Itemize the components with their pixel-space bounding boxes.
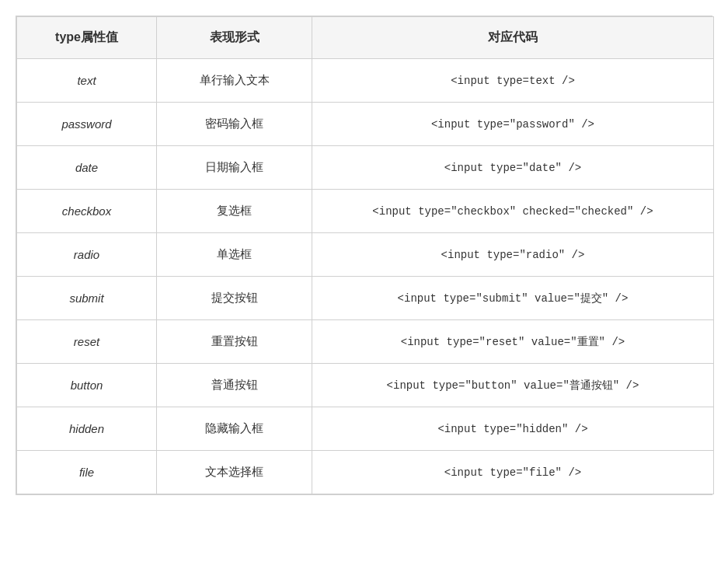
cell-display: 文本选择框 [157, 451, 312, 494]
table-row: button普通按钮<input type="button" value="普通… [17, 364, 714, 407]
cell-display: 普通按钮 [157, 364, 312, 407]
header-code: 对应代码 [312, 17, 714, 59]
header-type: type属性值 [17, 17, 157, 59]
cell-type: date [17, 146, 157, 190]
cell-display: 密码输入框 [157, 103, 312, 146]
table-row: submit提交按钮<input type="submit" value="提交… [17, 277, 714, 320]
table-row: reset重置按钮<input type="reset" value="重置" … [17, 320, 714, 364]
cell-code: <input type="radio" /> [312, 233, 714, 277]
cell-type: radio [17, 233, 157, 277]
table-row: password密码输入框<input type="password" /> [17, 103, 714, 146]
cell-type: password [17, 103, 157, 146]
cell-code: <input type="file" /> [312, 451, 714, 494]
table-row: file文本选择框<input type="file" /> [17, 451, 714, 494]
cell-code: <input type="checkbox" checked="checked"… [312, 190, 714, 233]
table-header-row: type属性值 表现形式 对应代码 [17, 17, 714, 59]
table-row: date日期输入框<input type="date" /> [17, 146, 714, 190]
cell-code: <input type="submit" value="提交" /> [312, 277, 714, 320]
cell-code: <input type="reset" value="重置" /> [312, 320, 714, 364]
main-table-container: type属性值 表现形式 对应代码 text单行输入文本<input type=… [16, 16, 712, 495]
cell-display: 隐藏输入框 [157, 407, 312, 451]
cell-code: <input type=text /> [312, 59, 714, 103]
table-row: checkbox复选框<input type="checkbox" checke… [17, 190, 714, 233]
cell-code: <input type="password" /> [312, 103, 714, 146]
cell-code: <input type="date" /> [312, 146, 714, 190]
cell-display: 复选框 [157, 190, 312, 233]
cell-type: file [17, 451, 157, 494]
cell-type: submit [17, 277, 157, 320]
input-types-table: type属性值 表现形式 对应代码 text单行输入文本<input type=… [16, 16, 714, 494]
cell-code: <input type="button" value="普通按钮" /> [312, 364, 714, 407]
cell-code: <input type="hidden" /> [312, 407, 714, 451]
cell-type: button [17, 364, 157, 407]
cell-display: 日期输入框 [157, 146, 312, 190]
header-display: 表现形式 [157, 17, 312, 59]
cell-display: 单选框 [157, 233, 312, 277]
table-row: radio单选框<input type="radio" /> [17, 233, 714, 277]
table-row: text单行输入文本<input type=text /> [17, 59, 714, 103]
cell-type: hidden [17, 407, 157, 451]
cell-type: checkbox [17, 190, 157, 233]
cell-display: 单行输入文本 [157, 59, 312, 103]
cell-display: 重置按钮 [157, 320, 312, 364]
cell-display: 提交按钮 [157, 277, 312, 320]
cell-type: reset [17, 320, 157, 364]
cell-type: text [17, 59, 157, 103]
table-row: hidden隐藏输入框<input type="hidden" /> [17, 407, 714, 451]
